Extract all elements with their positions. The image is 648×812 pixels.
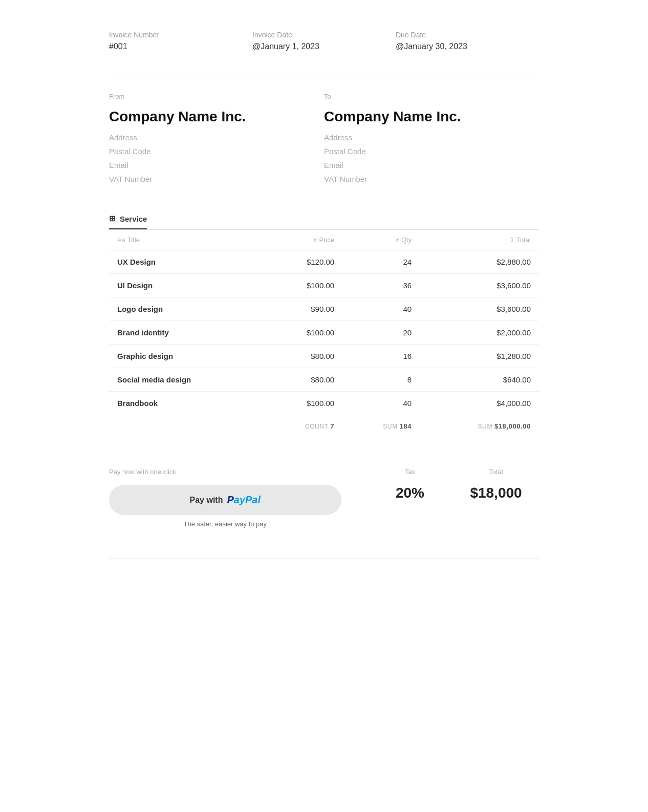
row-total: $2,000.00 xyxy=(420,321,539,345)
to-postal: Postal Code xyxy=(324,147,539,156)
bottom-divider xyxy=(109,559,539,559)
tfoot-empty xyxy=(109,415,264,438)
table-footer-row: COUNT 7 SUM 184 SUM $18,000.00 xyxy=(109,415,539,438)
row-qty: 36 xyxy=(342,274,420,297)
row-qty: 40 xyxy=(342,297,420,321)
payment-section: Pay now with one click Pay with PayPal T… xyxy=(109,458,539,528)
total-value: $18,000 xyxy=(453,485,539,501)
invoice-date-label: Invoice Date xyxy=(252,31,396,39)
table-footer: COUNT 7 SUM 184 SUM $18,000.00 xyxy=(109,415,539,438)
row-total: $1,280.00 xyxy=(420,345,539,368)
total-symbol: Σ xyxy=(510,236,514,244)
sum-qty-value: 184 xyxy=(400,422,412,430)
row-total: $640.00 xyxy=(420,368,539,392)
count-label: COUNT xyxy=(305,423,328,430)
payment-left: Pay now with one click Pay with PayPal T… xyxy=(109,468,367,528)
tfoot-sum-total: SUM $18,000.00 xyxy=(420,415,539,438)
invoice-number-label: Invoice Number xyxy=(109,31,252,39)
paypal-text: Pay with xyxy=(190,496,223,505)
row-qty: 8 xyxy=(342,368,420,392)
row-price: $80.00 xyxy=(264,345,342,368)
row-title: Graphic design xyxy=(109,345,264,368)
th-price: #Price xyxy=(264,230,342,250)
row-title: UX Design xyxy=(109,250,264,274)
row-price: $90.00 xyxy=(264,297,342,321)
row-title: Brand identity xyxy=(109,321,264,345)
row-total: $3,600.00 xyxy=(420,297,539,321)
row-total: $3,600.00 xyxy=(420,274,539,297)
invoice-date-col: Invoice Date @January 1, 2023 xyxy=(252,31,396,51)
to-company: Company Name Inc. xyxy=(324,109,539,125)
tfoot-count: COUNT 7 xyxy=(264,415,342,438)
th-total: ΣTotal xyxy=(420,230,539,250)
table-row: Logo design $90.00 40 $3,600.00 xyxy=(109,297,539,321)
row-price: $100.00 xyxy=(264,274,342,297)
table-icon: ⊞ xyxy=(109,214,116,223)
from-email: Email xyxy=(109,161,324,169)
payment-label: Pay now with one click xyxy=(109,468,367,476)
tax-col: Tax 20% xyxy=(367,468,453,501)
row-title: Social media design xyxy=(109,368,264,392)
count-value: 7 xyxy=(330,422,334,430)
row-title: Brandbook xyxy=(109,392,264,415)
header-divider xyxy=(109,77,539,77)
from-vat: VAT Number xyxy=(109,175,324,183)
from-label: From xyxy=(109,93,324,100)
sum-total-value: $18,000.00 xyxy=(494,422,531,430)
table-row: Social media design $80.00 8 $640.00 xyxy=(109,368,539,392)
to-email: Email xyxy=(324,161,539,169)
total-col: Total $18,000 xyxy=(453,468,539,501)
invoice-date-value: @January 1, 2023 xyxy=(252,42,396,51)
invoice-header: Invoice Number #001 Invoice Date @Januar… xyxy=(109,31,539,51)
invoice-due-label: Due Date xyxy=(396,31,539,39)
row-title: UI Design xyxy=(109,274,264,297)
invoice-due-value: @January 30, 2023 xyxy=(396,42,539,51)
row-price: $120.00 xyxy=(264,250,342,274)
table-row: Brandbook $100.00 40 $4,000.00 xyxy=(109,392,539,415)
row-qty: 40 xyxy=(342,392,420,415)
tfoot-sum-qty: SUM 184 xyxy=(342,415,420,438)
from-to-section: From Company Name Inc. Address Postal Co… xyxy=(109,93,539,188)
th-qty: #Qty xyxy=(342,230,420,250)
table-row: Brand identity $100.00 20 $2,000.00 xyxy=(109,321,539,345)
table-row: UX Design $120.00 24 $2,880.00 xyxy=(109,250,539,274)
invoice-due-col: Due Date @January 30, 2023 xyxy=(396,31,539,51)
service-tab[interactable]: ⊞ Service xyxy=(109,214,147,229)
sum-total-label: SUM xyxy=(478,423,492,430)
price-symbol: # xyxy=(313,236,317,244)
tax-value: 20% xyxy=(367,485,453,501)
title-symbol: Aa xyxy=(117,236,125,244)
service-section: ⊞ Service AaTitle #Price #Qty ΣTotal xyxy=(109,214,539,437)
service-table: AaTitle #Price #Qty ΣTotal UX Design $12… xyxy=(109,229,539,437)
paypal-logo-p: P xyxy=(227,494,233,505)
total-label: Total xyxy=(453,468,539,476)
to-label: To xyxy=(324,93,539,100)
paypal-button[interactable]: Pay with PayPal xyxy=(109,485,341,515)
from-postal: Postal Code xyxy=(109,147,324,156)
row-price: $80.00 xyxy=(264,368,342,392)
payment-right: Tax 20% Total $18,000 xyxy=(367,468,539,501)
row-qty: 20 xyxy=(342,321,420,345)
paypal-logo-aypal: ay xyxy=(234,494,245,505)
paypal-tagline: The safer, easier way to pay xyxy=(109,520,341,528)
table-body: UX Design $120.00 24 $2,880.00 UI Design… xyxy=(109,250,539,415)
to-address: Address xyxy=(324,133,539,142)
invoice-number-value: #001 xyxy=(109,42,252,51)
row-price: $100.00 xyxy=(264,392,342,415)
row-qty: 16 xyxy=(342,345,420,368)
th-title: AaTitle xyxy=(109,230,264,250)
from-company: Company Name Inc. xyxy=(109,109,324,125)
paypal-logo-pal: Pal xyxy=(245,494,261,505)
qty-symbol: # xyxy=(396,236,399,244)
invoice-container: Invoice Number #001 Invoice Date @Januar… xyxy=(78,0,570,590)
row-total: $4,000.00 xyxy=(420,392,539,415)
to-col: To Company Name Inc. Address Postal Code… xyxy=(324,93,539,188)
row-qty: 24 xyxy=(342,250,420,274)
from-address: Address xyxy=(109,133,324,142)
from-col: From Company Name Inc. Address Postal Co… xyxy=(109,93,324,188)
table-row: UI Design $100.00 36 $3,600.00 xyxy=(109,274,539,297)
tax-label: Tax xyxy=(367,468,453,476)
to-vat: VAT Number xyxy=(324,175,539,183)
row-total: $2,880.00 xyxy=(420,250,539,274)
row-title: Logo design xyxy=(109,297,264,321)
